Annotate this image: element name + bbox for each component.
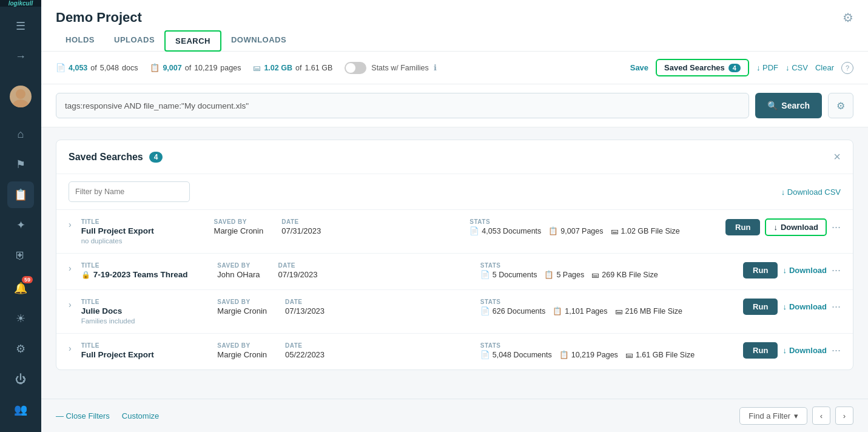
stats-col-4: STATS 📄 5,048 Documents 📋 10,219 Pages 🖴… [480,342,733,359]
expand-row-1-button[interactable]: › [69,220,72,229]
flag-icon[interactable]: ⚑ [7,151,34,178]
help-icon[interactable]: ? [7,427,34,432]
size-of: of [295,64,301,72]
project-title: Demo Project [56,10,142,25]
run-button-4[interactable]: Run [743,342,778,359]
stats-size-1: 🖴 1.02 GB File Size [611,227,680,235]
date-value-2: 07/19/2023 [278,270,317,279]
filter-by-name-input[interactable] [69,181,190,202]
users-icon[interactable]: 👥 [7,396,34,423]
saved-by-label-1: SAVED BY [214,218,264,225]
saved-by-label-4: SAVED BY [217,342,267,349]
stats-families-toggle-container: Stats w/ Families ℹ [345,62,436,74]
header: Demo Project ⚙ HOLDS UPLOADS SEARCH DOWN… [41,0,868,52]
download-button-3[interactable]: ↓ Download [782,302,827,311]
tab-holds[interactable]: HOLDS [56,30,104,51]
document-icon[interactable]: 📋 [7,181,34,208]
avatar[interactable] [7,83,34,110]
shield-icon[interactable]: ⛨ [7,242,34,269]
download-button-2[interactable]: ↓ Download [782,266,827,275]
stats-label-3: STATS [480,299,733,305]
arrow-icon[interactable]: → [7,43,34,70]
more-button-1[interactable]: ··· [832,221,841,234]
stats-values-2: 📄 5 Documents 📋 5 Pages 🖴 269 KB File Si… [480,270,733,279]
clear-button[interactable]: Clear [815,63,834,72]
run-button-1[interactable]: Run [725,219,760,235]
search-row-3: › TITLE Julie Docs Families included SAV… [56,290,853,334]
footer-right: Find a Filter ▾ ‹ › [739,407,853,425]
search-row-1-info: TITLE Full Project Export no duplicates [81,218,204,245]
next-page-button[interactable]: › [835,407,853,425]
more-button-4[interactable]: ··· [832,344,841,357]
power-icon[interactable]: ⏻ [7,366,34,393]
col-label-title-2: TITLE [81,262,208,269]
expand-row-2-button[interactable]: › [69,263,72,273]
panel-header: Saved Searches 4 × [56,140,853,174]
date-value-4: 05/22/2023 [285,350,325,359]
prev-page-button[interactable]: ‹ [812,407,830,425]
stats-help-icon[interactable]: ? [841,62,853,74]
run-button-3[interactable]: Run [743,299,778,315]
download-label-1: Download [781,223,818,232]
download-label-4: Download [789,346,827,355]
search-title-2: 🔒 7-19-2023 Teams Thread [81,270,208,279]
pdf-button[interactable]: ↓ PDF [756,63,778,72]
download-button-1[interactable]: ↓ Download [765,218,827,236]
saved-searches-button[interactable]: Saved Searches 4 [656,59,749,76]
size-total: 1.61 GB [304,64,332,72]
advanced-search-button[interactable]: ⚙ [828,93,853,118]
notification-icon[interactable]: 🔔 59 [7,275,34,302]
saved-by-col-4: SAVED BY Margie Cronin [217,342,267,359]
toggle-label: Stats w/ Families [371,64,428,72]
svg-point-0 [16,89,25,99]
search-row-4: › TITLE Full Project Export SAVED BY Mar… [56,334,853,370]
light-icon[interactable]: ☀ [7,305,34,332]
expand-row-4-button[interactable]: › [69,343,72,353]
sidebar: logikcull ☰ → ⌂ ⚑ 📋 ✦ ⛨ 🔔 59 ☀ ⚙ ⏻ 👥 ? [0,0,41,432]
docs-of: of [90,64,96,72]
tab-search[interactable]: SEARCH [164,30,221,52]
search-row-3-info: TITLE Julie Docs Families included [81,299,208,325]
customize-button[interactable]: Customize [122,411,159,420]
stats-label-2: STATS [480,262,733,269]
expand-row-3-button[interactable]: › [69,300,72,309]
pages-count: 9,007 [163,64,181,72]
close-filters-button[interactable]: — Close Filters [56,411,110,420]
pages-label: pages [220,64,241,72]
header-top: Demo Project ⚙ [56,10,853,25]
docs-count: 4,053 [69,64,87,72]
settings-gear-icon[interactable]: ⚙ [843,10,853,25]
save-button[interactable]: Save [630,63,648,72]
date-col-2: DATE 07/19/2023 [278,262,317,279]
menu-icon[interactable]: ☰ [7,13,34,39]
size-icon: 🖴 [253,63,261,72]
saved-by-value-1: Margie Cronin [214,226,264,235]
panel-title: Saved Searches 4 [69,152,163,163]
stats-families-toggle[interactable] [345,62,366,74]
find-filter-label: Find a Filter [749,411,790,420]
search-button[interactable]: 🔍 Search [755,93,822,118]
csv-button[interactable]: ↓ CSV [786,63,808,72]
saved-by-value-3: Margie Cronin [217,306,267,316]
settings-icon[interactable]: ⚙ [7,336,34,362]
pages-stat: 📋 9,007 of 10,219 pages [150,63,241,72]
download-csv-button[interactable]: ↓ Download CSV [781,187,841,197]
row-3-actions: Run ↓ Download ··· [743,299,841,315]
stats-docs-1: 📄 4,053 Documents [469,226,541,235]
find-filter-button[interactable]: Find a Filter ▾ [739,407,807,425]
run-button-2[interactable]: Run [743,262,778,278]
tab-downloads[interactable]: DOWNLOADS [221,30,296,51]
saved-by-col-1: SAVED BY Margie Cronin [214,218,264,235]
search-magnifier-icon: 🔍 [767,101,778,110]
panel-close-button[interactable]: × [833,150,841,164]
date-label-2: DATE [278,262,317,269]
pages-total: 10,219 [194,64,217,72]
tab-uploads[interactable]: UPLOADS [104,30,164,51]
search-input[interactable] [56,93,749,118]
size-stat: 🖴 1.02 GB of 1.61 GB [253,63,332,72]
more-button-3[interactable]: ··· [832,300,841,313]
share-icon[interactable]: ✦ [7,212,34,238]
more-button-2[interactable]: ··· [832,264,841,277]
home-icon[interactable]: ⌂ [7,121,34,147]
download-button-4[interactable]: ↓ Download [782,346,827,355]
